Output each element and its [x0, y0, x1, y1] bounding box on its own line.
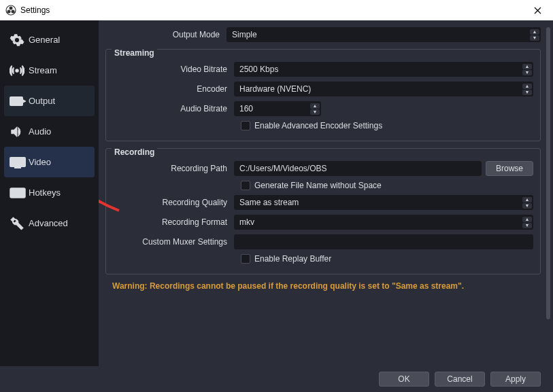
keyboard-icon: [10, 188, 29, 198]
sidebar-item-video[interactable]: Video: [4, 147, 95, 177]
muxer-input[interactable]: [234, 234, 533, 249]
muxer-label: Custom Muxer Settings: [113, 237, 234, 247]
cancel-button[interactable]: Cancel: [435, 372, 485, 387]
audio-bitrate-select[interactable]: 160▲▼: [234, 101, 321, 116]
content-area: Output Mode Simple▲▼ Streaming Video Bit…: [99, 20, 553, 366]
sidebar-item-label: Advanced: [29, 218, 68, 228]
advanced-encoder-checkbox[interactable]: Enable Advanced Encoder Settings: [241, 121, 533, 130]
svg-rect-15: [14, 194, 21, 196]
checkbox-icon: [241, 121, 250, 130]
recording-legend: Recording: [112, 147, 157, 157]
sidebar-item-label: Output: [29, 96, 55, 106]
titlebar: Settings: [0, 0, 553, 20]
sidebar-item-output[interactable]: Output: [4, 86, 95, 116]
app-icon: [5, 5, 16, 16]
output-mode-label: Output Mode: [105, 30, 227, 39]
sidebar-item-label: Video: [29, 157, 51, 167]
ok-button[interactable]: OK: [379, 372, 429, 387]
scrollbar[interactable]: [546, 27, 550, 319]
sidebar-item-general[interactable]: General: [4, 24, 95, 55]
audio-bitrate-label: Audio Bitrate: [113, 104, 234, 113]
sidebar-item-label: Audio: [29, 126, 51, 137]
replay-buffer-checkbox[interactable]: Enable Replay Buffer: [241, 254, 533, 264]
gear-icon: [10, 33, 29, 48]
window-title: Settings: [20, 5, 50, 15]
encoder-label: Encoder: [113, 84, 234, 94]
svg-point-3: [12, 10, 15, 14]
video-bitrate-label: Video Bitrate: [113, 65, 234, 74]
recording-group: Recording Recording Path C:/Users/M/Vide…: [105, 148, 541, 274]
svg-point-14: [22, 192, 23, 194]
encoder-select[interactable]: Hardware (NVENC)▲▼: [234, 82, 533, 96]
svg-point-10: [15, 190, 16, 192]
svg-rect-6: [10, 158, 25, 166]
warning-text: Warning: Recordings cannot be paused if …: [112, 281, 541, 291]
svg-point-9: [12, 190, 14, 192]
sidebar: General Stream Output Audio Video Hotkey…: [0, 20, 99, 366]
sidebar-item-hotkeys[interactable]: Hotkeys: [4, 177, 95, 208]
svg-rect-5: [10, 97, 22, 105]
speaker-icon: [10, 124, 29, 139]
recording-quality-label: Recording Quality: [113, 198, 234, 207]
monitor-icon: [10, 156, 29, 168]
browse-button[interactable]: Browse: [486, 161, 533, 176]
checkbox-icon: [241, 181, 250, 190]
apply-button[interactable]: Apply: [490, 372, 541, 387]
svg-point-4: [16, 69, 18, 72]
recording-quality-select[interactable]: Same as stream▲▼: [234, 195, 533, 210]
svg-point-12: [20, 190, 22, 192]
streaming-legend: Streaming: [112, 48, 157, 58]
svg-point-11: [18, 190, 19, 192]
svg-point-2: [7, 10, 11, 14]
tools-icon: [10, 216, 29, 231]
sidebar-item-label: General: [29, 35, 60, 45]
video-bitrate-input[interactable]: 2500 Kbps▲▼: [234, 62, 533, 77]
sidebar-item-label: Hotkeys: [29, 188, 61, 198]
sidebar-item-stream[interactable]: Stream: [4, 55, 95, 86]
recording-format-select[interactable]: mkv▲▼: [234, 215, 533, 230]
streaming-group: Streaming Video Bitrate 2500 Kbps▲▼ Enco…: [105, 49, 541, 141]
recording-format-label: Recording Format: [113, 217, 234, 227]
checkbox-icon: [241, 254, 250, 264]
sidebar-item-advanced[interactable]: Advanced: [4, 208, 95, 238]
close-button[interactable]: [522, 0, 553, 20]
sidebar-item-label: Stream: [29, 65, 57, 75]
recording-path-label: Recording Path: [113, 164, 234, 173]
output-icon: [10, 95, 29, 107]
svg-point-13: [12, 192, 14, 194]
broadcast-icon: [10, 63, 29, 78]
sidebar-item-audio[interactable]: Audio: [4, 116, 95, 147]
output-mode-select[interactable]: Simple▲▼: [227, 27, 541, 42]
recording-path-input[interactable]: C:/Users/M/Videos/OBS: [234, 161, 482, 176]
svg-point-1: [10, 7, 13, 10]
footer: OK Cancel Apply: [0, 366, 553, 392]
filename-nospace-checkbox[interactable]: Generate File Name without Space: [241, 181, 533, 190]
